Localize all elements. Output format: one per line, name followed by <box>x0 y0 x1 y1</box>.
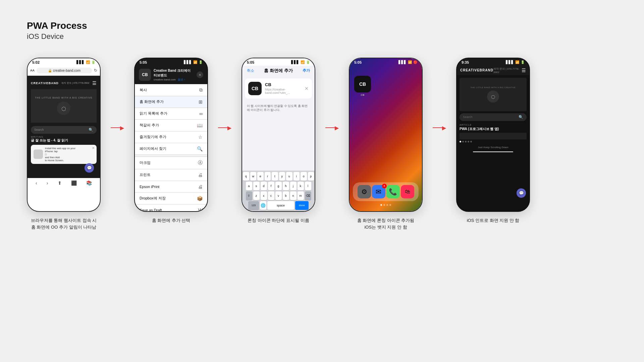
key-a[interactable]: a <box>246 182 252 190</box>
app-search-bar[interactable]: Search 🔍 <box>460 113 527 121</box>
share-item-markup[interactable]: 마크업 Ⓐ <box>135 157 207 169</box>
app-nav-right: 제작 문의 | 070-7778-9902 ☰ <box>493 67 526 74</box>
key-s[interactable]: s <box>253 182 260 190</box>
share-item-copy-label: 복사 <box>140 87 147 93</box>
key-r[interactable]: r <box>265 172 271 181</box>
time-1: 5:02 <box>32 60 40 64</box>
share-item-draft[interactable]: Save as Draft W <box>135 204 207 212</box>
share-item-dropbox[interactable]: Dropbox에 저장 📦 <box>135 193 207 204</box>
key-g[interactable]: g <box>275 182 282 190</box>
key-w[interactable]: w <box>250 172 257 181</box>
key-delete[interactable]: ⌫ <box>305 191 311 200</box>
app-content: THE LITTLE BAND WITH A BIG CREATIVE ◌ Se… <box>457 75 529 155</box>
key-d[interactable]: d <box>261 182 267 190</box>
epson-icon: 🖨 <box>198 184 203 189</box>
share-item-readlist[interactable]: 읽기 목록에 추가 ∞ <box>135 108 207 120</box>
key-x[interactable]: x <box>261 191 267 200</box>
site-contact: 제작 문의 | 070-7778-9902 <box>61 81 89 85</box>
chat-button-5[interactable]: 💬 <box>517 188 526 198</box>
share-item-bookmark-label: 책갈피 추가 <box>140 123 159 128</box>
clear-icon[interactable]: ✕ <box>305 86 309 91</box>
phone-frame-1: 5:02 ▋▋▋ 📶 🔋 AA 🔒 creative-band.com ↻ <box>27 58 101 212</box>
key-m[interactable]: m <box>298 191 304 200</box>
back-icon[interactable]: ‹ <box>36 180 37 186</box>
key-y[interactable]: y <box>279 172 285 181</box>
wifi-icon-5: 📶 <box>515 60 519 64</box>
share-item-add-home[interactable]: 홈 화면에 추가 ⊞ <box>135 96 207 108</box>
browser-reload-icon[interactable]: ↻ <box>94 68 97 73</box>
key-l[interactable]: l <box>305 182 311 190</box>
arrow-1-2: ▶ <box>111 125 124 131</box>
key-space[interactable]: space <box>267 201 294 210</box>
key-p[interactable]: p <box>308 172 314 181</box>
key-z[interactable]: z <box>253 191 260 200</box>
bookmarks-icon[interactable]: 📚 <box>86 180 92 186</box>
share-close-icon[interactable]: ✕ <box>197 71 203 78</box>
key-o[interactable]: o <box>301 172 307 181</box>
key-f[interactable]: f <box>268 182 274 190</box>
key-c[interactable]: c <box>268 191 274 200</box>
key-v[interactable]: v <box>275 191 282 200</box>
key-t[interactable]: t <box>272 172 278 181</box>
phone-frame-2: 5:05 ▋▋▋ 📶 🔋 CB Creative Band 크리에이티브밴드 c… <box>134 58 208 212</box>
share-icon[interactable]: ⬆ <box>58 180 62 186</box>
status-bar-3: 5:05 ▋▋▋ 📶 🔋 <box>242 58 315 66</box>
cb-icon-name: CB <box>361 94 364 97</box>
time-2: 5:05 <box>140 60 147 64</box>
share-item-print[interactable]: 프린트 🖨 <box>135 169 207 181</box>
status-bar-2: 5:05 ▋▋▋ 📶 🔋 <box>135 58 207 66</box>
install-close-icon[interactable]: ✕ <box>92 146 95 150</box>
key-h[interactable]: h <box>283 182 289 190</box>
forward-icon[interactable]: › <box>47 180 48 186</box>
key-e[interactable]: e <box>257 172 264 181</box>
share-item-bookmark[interactable]: 책갈피 추가 📖 <box>135 120 207 131</box>
browser-content: CREATIVEBAND 제작 문의 | 070-7778-9902 ☰ THE… <box>28 76 100 178</box>
readlist-icon: ∞ <box>199 111 203 116</box>
add-button[interactable]: 추가 <box>303 68 310 73</box>
page-dot-2 <box>383 204 385 206</box>
key-123[interactable]: 123 <box>248 201 259 210</box>
homescreen-cb-icon[interactable]: CB CB <box>354 76 371 97</box>
browser-url[interactable]: 🔒 creative-band.com <box>37 68 92 73</box>
key-globe[interactable]: 🌐 <box>260 201 266 210</box>
keyboard-row-2: a s d f g h j k l <box>243 182 314 190</box>
caption-3: 론칭 아이콘 하단에 표시될 이름 <box>241 217 315 224</box>
screen3-wrap: 5:05 ▋▋▋ 📶 🔋 취소 홈 화면에 추가 추가 CB <box>241 58 315 224</box>
key-b[interactable]: b <box>283 191 289 200</box>
hamburger-icon[interactable]: ☰ <box>522 68 526 73</box>
screen1-wrap: 5:02 ▋▋▋ 📶 🔋 AA 🔒 creative-band.com ↻ <box>27 58 101 231</box>
tabs-icon[interactable]: ⬛ <box>71 180 77 186</box>
writing-title: 글 잘 쓰는 법 - 4. 잘 읽기 <box>31 138 97 143</box>
site-search-bar[interactable]: Search 🔍 <box>31 126 97 134</box>
site-menu-icon[interactable]: ☰ <box>92 80 97 86</box>
phone-frame-5: 9:35 ▋▋▋ 📶 🔋 CREATIVEBRAND 제작 문의 | 070-7… <box>456 58 530 212</box>
dock-settings-icon[interactable]: ⚙ <box>358 185 371 198</box>
app-name-input[interactable]: CB https://creative-band.com/?utm_... <box>265 82 301 95</box>
status-icons-1: ▋▋▋ 📶 🔋 <box>76 60 95 64</box>
chat-button-1[interactable]: 💬 <box>85 163 94 173</box>
key-u[interactable]: u <box>286 172 292 181</box>
cancel-button[interactable]: 취소 <box>247 68 254 73</box>
key-j[interactable]: j <box>290 182 297 190</box>
key-k[interactable]: k <box>298 182 304 190</box>
share-item-favorites[interactable]: 즐겨찾기에 추가 ☆ <box>135 131 207 143</box>
caption-1: 브라우저를 통해 웹사이트 접속 시홈 화면에 OO 추가 알림이 나타남 <box>27 217 101 231</box>
share-item-copy[interactable]: 복사 ⧉ <box>135 84 207 96</box>
arrow-head-3: ▶ <box>335 125 339 131</box>
install-icon <box>34 149 43 159</box>
status-icons-4: ▋▋▋ 📶 🔴 <box>398 60 417 64</box>
key-q[interactable]: q <box>243 172 249 181</box>
screen5-wrap: 9:35 ▋▋▋ 📶 🔋 CREATIVEBRAND 제작 문의 | 070-7… <box>456 58 530 224</box>
share-item-epson[interactable]: Epson iPrint 🖨 <box>135 181 207 193</box>
key-done[interactable]: done <box>295 201 309 210</box>
key-n[interactable]: n <box>290 191 297 200</box>
arrow-4-5: ▶ <box>433 125 446 131</box>
wifi-icon-4: 📶 <box>408 60 412 64</box>
key-shift[interactable]: ⇧ <box>246 191 252 200</box>
app-logo: CREATIVEBRAND <box>460 68 493 72</box>
key-i[interactable]: i <box>293 172 300 181</box>
share-item-findpage[interactable]: 페이지에서 찾기 🔍 <box>135 143 207 155</box>
site-logo: CREATIVEBAND <box>31 81 59 85</box>
dock-store-icon[interactable]: 🛍 <box>401 185 414 198</box>
dock-phone-icon[interactable]: 📞 <box>386 185 400 198</box>
